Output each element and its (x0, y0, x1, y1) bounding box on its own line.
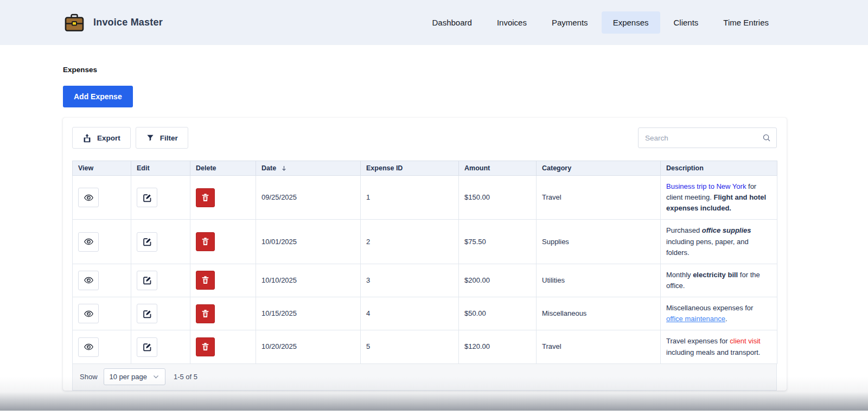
nav-item-expenses[interactable]: Expenses (602, 11, 660, 34)
table-toolbar: Export Filter (72, 127, 777, 149)
edit-button[interactable] (137, 271, 157, 290)
delete-button[interactable] (196, 188, 215, 207)
eye-icon (84, 193, 94, 203)
pencil-square-icon (143, 276, 152, 285)
amount-cell: $50.00 (459, 297, 537, 330)
view-cell (73, 264, 131, 297)
delete-button[interactable] (196, 271, 215, 290)
description-cell: Business trip to New York for client mee… (661, 176, 777, 220)
per-page-value: 10 per page (110, 373, 147, 381)
view-button[interactable] (78, 188, 99, 207)
date-cell: 10/15/2025 (256, 297, 361, 330)
expense-id-cell: 5 (361, 330, 459, 363)
delete-cell (190, 176, 256, 220)
delete-button[interactable] (196, 304, 215, 323)
nav-item-dashboard[interactable]: Dashboard (431, 11, 473, 34)
category-cell: Miscellaneous (537, 297, 661, 330)
table-row: 10/01/20252$75.50SuppliesPurchased offic… (73, 220, 777, 264)
view-cell (73, 176, 131, 220)
delete-button[interactable] (196, 337, 215, 356)
expense-id-cell: 2 (361, 220, 459, 264)
pencil-square-icon (143, 309, 152, 318)
delete-cell (190, 264, 256, 297)
description-segment: . (725, 315, 727, 323)
delete-cell (190, 330, 256, 363)
description-cell: Purchased office supplies including pens… (661, 220, 777, 264)
view-button[interactable] (78, 271, 99, 290)
view-cell (73, 330, 131, 363)
edit-button[interactable] (137, 304, 157, 323)
filter-button-label: Filter (160, 134, 178, 142)
brand: Invoice Master (64, 14, 163, 32)
table-row: 09/25/20251$150.00TravelBusiness trip to… (73, 176, 777, 220)
expenses-table: View Edit Delete Date Expense ID Amount … (72, 161, 777, 364)
date-cell: 10/20/2025 (256, 330, 361, 363)
pencil-square-icon (143, 342, 152, 352)
nav-item-time-entries[interactable]: Time Entries (722, 11, 770, 34)
trash-icon (201, 237, 210, 246)
edit-cell (131, 330, 190, 363)
eye-icon (84, 309, 94, 319)
column-header-amount[interactable]: Amount (459, 161, 537, 176)
column-header-date[interactable]: Date (256, 161, 361, 176)
per-page-select[interactable]: 10 per page (104, 368, 165, 385)
view-cell (73, 220, 131, 264)
export-button-label: Export (97, 134, 120, 142)
view-button[interactable] (78, 232, 99, 252)
top-bar: Invoice Master DashboardInvoicesPayments… (0, 0, 868, 45)
description-segment: Purchased (666, 226, 702, 234)
pagination-range: 1-5 of 5 (174, 373, 197, 381)
trash-icon (201, 193, 210, 202)
description-segment: Miscellaneous expenses for (666, 304, 753, 312)
description-segment[interactable]: office maintenance (666, 315, 725, 323)
search-box (638, 127, 777, 148)
description-cell: Miscellaneous expenses for office mainte… (661, 297, 777, 330)
delete-cell (190, 297, 256, 330)
view-cell (73, 297, 131, 330)
table-header: View Edit Delete Date Expense ID Amount … (73, 161, 777, 176)
expense-id-cell: 1 (361, 176, 459, 220)
nav-item-clients[interactable]: Clients (673, 11, 700, 34)
trash-icon (201, 276, 210, 285)
amount-cell: $150.00 (459, 176, 537, 220)
edit-button[interactable] (137, 188, 157, 207)
edit-button[interactable] (137, 232, 157, 252)
eye-icon (84, 275, 94, 285)
edit-button[interactable] (137, 337, 157, 357)
search-input[interactable] (638, 127, 777, 148)
column-header-view[interactable]: View (73, 161, 131, 176)
arrow-down-icon (280, 165, 288, 172)
expense-id-cell: 4 (361, 297, 459, 330)
view-button[interactable] (78, 304, 99, 323)
trash-icon (201, 342, 210, 352)
upload-icon (82, 133, 92, 143)
filter-button[interactable]: Filter (136, 127, 188, 149)
pencil-square-icon (143, 193, 152, 202)
column-header-delete[interactable]: Delete (190, 161, 256, 176)
export-button[interactable]: Export (72, 127, 131, 149)
add-expense-button[interactable]: Add Expense (63, 86, 133, 107)
table-row: 10/15/20254$50.00MiscellaneousMiscellane… (73, 297, 777, 330)
category-cell: Travel (537, 330, 661, 363)
category-cell: Supplies (537, 220, 661, 264)
description-segment: client visit (730, 337, 760, 345)
date-cell: 09/25/2025 (256, 176, 361, 220)
column-header-edit[interactable]: Edit (131, 161, 190, 176)
view-button[interactable] (78, 337, 99, 357)
funnel-icon (146, 133, 155, 142)
briefcase-icon (64, 14, 85, 32)
delete-button[interactable] (196, 232, 215, 251)
nav-item-payments[interactable]: Payments (551, 11, 589, 34)
page-title: Expenses (63, 66, 868, 74)
column-header-expense-id[interactable]: Expense ID (361, 161, 459, 176)
description-segment: Business trip to New York (666, 182, 746, 190)
table-row: 10/20/20255$120.00TravelTravel expenses … (73, 330, 777, 363)
nav-item-invoices[interactable]: Invoices (496, 11, 528, 34)
column-header-category[interactable]: Category (537, 161, 661, 176)
main-content: Expenses Add Expense Export Filter (0, 45, 868, 391)
main-nav: DashboardInvoicesPaymentsExpensesClients… (431, 11, 770, 34)
delete-cell (190, 220, 256, 264)
column-header-description[interactable]: Description (661, 161, 777, 176)
show-label: Show (80, 373, 98, 381)
description-segment: electricity bill (693, 271, 738, 279)
